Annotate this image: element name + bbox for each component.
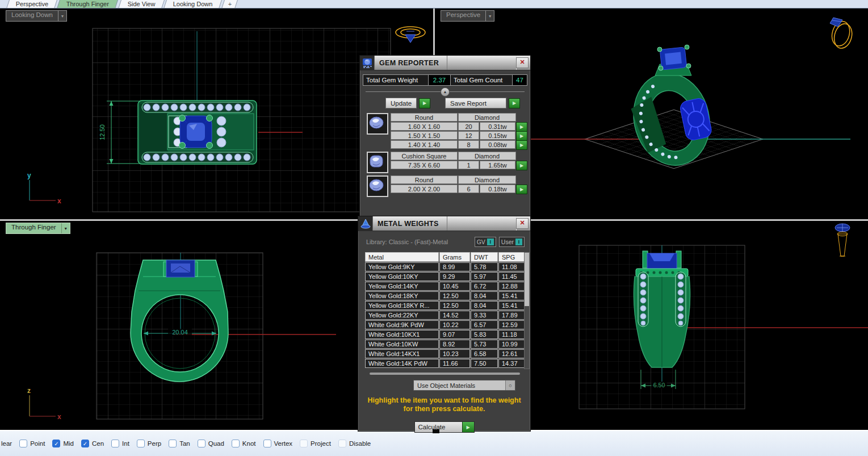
update-run-button[interactable]: ▶ [419,98,430,108]
osnap-checkbox-tan[interactable] [169,440,177,447]
osnap-checkbox-project[interactable] [300,440,308,447]
save-report-run-button[interactable]: ▶ [509,98,520,108]
collapse-button[interactable]: ▲ [441,87,450,97]
osnap-label: Knot [242,440,256,447]
gem-row-action-button[interactable]: ▶ [516,161,527,170]
update-button[interactable]: Update [385,98,417,108]
plus-icon: + [228,1,232,7]
metal-row[interactable]: Yellow Gold:18KY12.508.0415.41 [365,291,525,300]
osnap-checkbox-disable[interactable] [338,440,346,447]
tab-label: Looking Down [173,1,213,7]
calculate-run-icon[interactable]: ▶ [462,422,474,432]
osnap-checkbox-knot[interactable] [232,440,240,447]
gem-group: Cushion SquareDiamond7.35 X 6.6011.65tw▶ [367,152,526,173]
metal-row[interactable]: Yellow Gold:9KY8.995.7811.08 [365,262,525,271]
gem-type-header: Diamond [458,113,516,122]
add-viewport-tab[interactable]: + [222,0,239,8]
viewport-label-looking-down[interactable]: Looking Down ▼ [6,10,67,22]
osnap-item-project: Project [300,440,331,447]
metal-row[interactable]: Yellow Gold:10KY9.295.9711.45 [365,272,525,281]
viewport-label-text: Perspective [441,11,485,21]
osnap-checkbox-mid[interactable]: ✓ [52,440,60,447]
osnap-toolbar: lear Point✓Mid✓CenIntPerpTanQuadKnotVert… [0,431,868,456]
dropdown-selected-value: Use Object Materials [414,382,505,389]
save-report-button[interactable]: Save Report [445,98,506,108]
osnap-item-perp: Perp [137,440,161,447]
metal-value-cell: 6.57 [471,320,498,329]
osnap-label: Vertex [274,440,293,447]
metal-name-cell: Yellow Gold:22KY [365,311,439,320]
chevron-down-icon[interactable]: ▼ [61,223,70,233]
gem-size-table: RoundDiamond2.00 X 2.0060.18tw▶ [391,175,527,197]
metal-row[interactable]: Yellow Gold:14KY10.456.7212.88 [365,282,525,291]
tab-looking-down[interactable]: Looking Down [164,0,223,8]
gem-row-action-button[interactable]: ▶ [516,140,527,150]
osnap-checkbox-int[interactable] [111,440,119,447]
metal-row[interactable]: Yellow Gold:22KY14.529.3317.89 [365,311,525,320]
vertical-scrollbar-thumb[interactable] [525,253,529,306]
close-icon[interactable]: ✕ [516,57,529,68]
gem-row-action-button[interactable]: ▶ [516,131,527,141]
chevron-down-icon[interactable]: ▼ [58,11,66,21]
side-gems-right [217,116,226,147]
metal-value-cell: 6.72 [471,282,498,291]
tab-side-view[interactable]: Side View [118,0,165,8]
osnap-checkbox-vertex[interactable] [263,440,271,447]
metal-name-cell: Yellow Gold:18KY R... [365,301,439,310]
osnap-label: Mid [63,440,74,447]
gem-shape-header: Round [391,175,458,184]
metal-value-cell: 14.52 [439,311,470,320]
library-row: Library: Classic - (Fast)-Metal GV I Use… [366,237,525,247]
gem-row-action-button[interactable]: ▶ [516,185,527,194]
gem-row: 1.50 X 1.50120.15tw▶ [391,131,527,140]
osnap-checkbox-cen[interactable]: ✓ [81,440,89,447]
osnap-item-cen: ✓Cen [81,440,104,447]
osnap-label: Int [122,440,129,447]
chevron-down-icon[interactable]: ▼ [485,11,494,21]
metal-value-cell: 8.04 [471,301,498,310]
metal-value-cell: 5.73 [471,340,498,349]
tab-label: Through Finger [66,1,109,7]
axis-y-label: y [27,171,31,179]
gem-count-cell: 8 [458,140,479,149]
gem-table-header-row: Cushion SquareDiamond [391,152,527,160]
calculate-button[interactable]: Calculate ▶ [414,421,475,433]
gem-group-list: RoundDiamond1.60 X 1.60200.31tw▶1.50 X 1… [367,113,526,197]
use-object-materials-dropdown[interactable]: Use Object Materials ○ [413,380,515,391]
osnap-checkbox-quad[interactable] [198,440,206,447]
viewport-label-perspective[interactable]: Perspective ▼ [441,10,494,22]
tab-through-finger[interactable]: Through Finger [57,0,119,8]
tab-perspective[interactable]: Perspective [6,0,58,8]
gv-info-badge[interactable]: I [487,239,494,245]
metal-row[interactable]: White Gold:10KX19.075.8311.18 [365,330,525,339]
gv-button[interactable]: GV I [475,237,496,247]
gem-reporter-header[interactable]: GEM REPORTER ✕ [360,56,530,70]
user-button[interactable]: User I [499,237,525,247]
viewport-label-through-finger[interactable]: Through Finger ▼ [6,223,70,234]
metal-row[interactable]: Yellow Gold:18KY R...12.508.0415.41 [365,301,525,310]
metal-value-cell: 8.04 [471,291,498,300]
user-info-badge[interactable]: I [515,239,522,245]
gem-size-table: RoundDiamond1.60 X 1.60200.31tw▶1.50 X 1… [391,113,527,149]
ring-front-view [634,251,690,367]
gem-thumbnail-icon [367,152,388,173]
metal-row[interactable]: White Gold:9K PdW10.226.5712.59 [365,320,525,329]
metal-value-cell: 10.45 [439,282,470,291]
metal-value-cell: 9.07 [439,330,470,339]
metal-value-cell: 17.89 [498,311,525,320]
gem-group: RoundDiamond1.60 X 1.60200.31tw▶1.50 X 1… [367,113,526,149]
osnap-checkbox-perp[interactable] [137,440,145,447]
metal-value-cell: 10.99 [498,340,525,349]
metal-row[interactable]: White Gold:10KW8.925.7310.99 [365,340,525,349]
horizontal-scrollbar[interactable] [370,373,520,375]
metal-row[interactable]: White Gold:14K PdW11.667.5014.37 [365,359,525,368]
gem-row-action-button[interactable]: ▶ [516,122,527,132]
metal-weights-header[interactable]: METAL WEIGHTS ✕ [358,216,530,231]
vertical-scrollbar[interactable] [524,252,530,369]
dropdown-button-icon[interactable]: ○ [505,380,515,390]
metal-value-cell: 10.23 [439,349,470,358]
metal-row[interactable]: White Gold:14KX110.236.5812.61 [365,349,525,358]
metal-weights-panel: METAL WEIGHTS ✕ Library: Classic - (Fast… [358,216,531,432]
close-icon[interactable]: ✕ [516,218,529,229]
osnap-checkbox-point[interactable] [19,440,27,447]
